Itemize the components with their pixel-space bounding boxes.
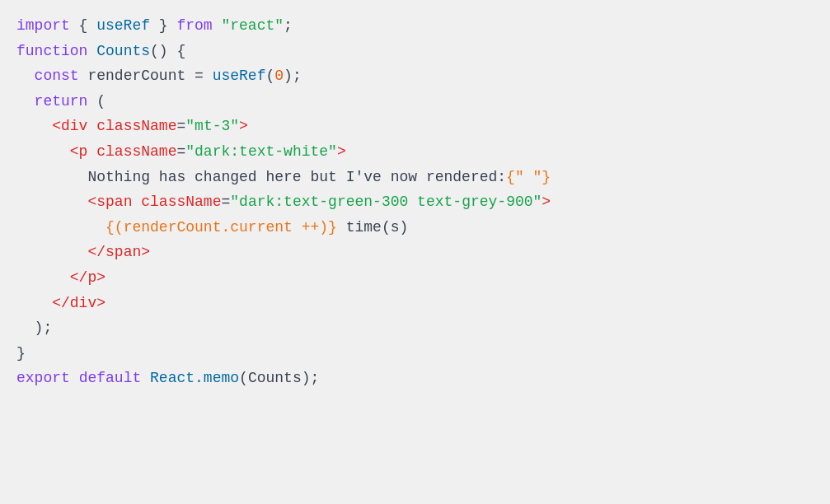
- code-token-tag: </div>: [52, 295, 106, 311]
- code-token-plain: [87, 143, 96, 160]
- code-token-tag: >: [239, 118, 248, 134]
- code-token-return-keyword: return: [35, 93, 88, 110]
- code-token-attr-value: "dark:text-white": [185, 143, 337, 160]
- code-line: const renderCount = useRef(0);: [16, 63, 814, 89]
- code-line: <p className="dark:text-white">: [16, 139, 814, 165]
- code-token-tag: </p>: [70, 269, 106, 286]
- code-line: import { useRef } from "react";: [16, 13, 814, 39]
- code-token-default-keyword: default: [79, 370, 142, 386]
- code-token-plain: [16, 68, 35, 84]
- code-token-plain: Nothing has changed here but I've now re…: [16, 169, 506, 185]
- code-token-plain: [132, 194, 141, 210]
- code-line: </div>: [16, 291, 814, 316]
- code-token-tag: </span>: [87, 244, 150, 260]
- code-token-plain: }: [16, 345, 26, 362]
- code-token-plain: [87, 43, 96, 59]
- code-token-plain: =: [176, 143, 185, 160]
- code-token-plain: [70, 370, 79, 386]
- code-token-curly-expr: {(renderCount.current ++)}: [106, 219, 337, 236]
- code-editor: import { useRef } from "react";function …: [0, 0, 830, 504]
- code-token-tag: <div: [52, 118, 87, 134]
- code-token-plain: );: [16, 320, 52, 336]
- code-token-builtin: useRef: [96, 17, 150, 34]
- code-token-plain: renderCount =: [79, 68, 213, 84]
- code-token-plain: (: [265, 68, 274, 84]
- code-token-plain: [16, 93, 35, 110]
- code-token-plain: );: [284, 68, 302, 84]
- code-token-from-keyword: from: [176, 17, 212, 34]
- code-token-plain: [87, 118, 96, 134]
- code-token-number: 0: [274, 68, 284, 84]
- code-token-plain: [16, 295, 52, 311]
- code-token-plain: [213, 17, 222, 34]
- code-token-plain: time(s): [337, 219, 408, 236]
- code-token-plain: (: [87, 93, 106, 110]
- code-line: </span>: [16, 240, 814, 265]
- code-token-attr-value: "mt-3": [185, 118, 239, 134]
- code-line: {(renderCount.current ++)} time(s): [16, 215, 814, 240]
- code-token-tag: >: [337, 143, 346, 160]
- code-token-tag: <span: [87, 194, 132, 210]
- code-token-plain: }: [150, 17, 176, 34]
- code-token-export-keyword: export: [16, 370, 70, 386]
- code-token-function-name: Counts: [96, 43, 150, 59]
- code-line: Nothing has changed here but I've now re…: [16, 165, 814, 190]
- code-token-react-memo: React.memo: [150, 370, 239, 386]
- code-token-attr-name: className: [96, 143, 176, 160]
- code-line: }: [16, 341, 814, 366]
- code-token-plain: [16, 244, 87, 260]
- code-line: );: [16, 315, 814, 341]
- code-token-plain: [16, 194, 87, 210]
- code-token-plain: [141, 370, 150, 386]
- code-line: </p>: [16, 265, 814, 291]
- code-token-const-keyword: const: [35, 68, 79, 84]
- code-token-import-keyword: import: [16, 17, 70, 34]
- code-token-plain: [16, 143, 70, 160]
- code-token-plain: =: [176, 118, 185, 134]
- code-token-builtin: useRef: [213, 68, 266, 84]
- code-line: <div className="mt-3">: [16, 114, 814, 139]
- code-token-tag: >: [542, 194, 551, 210]
- code-line: return (: [16, 89, 814, 114]
- code-line: export default React.memo(Counts);: [16, 366, 814, 391]
- code-line: <span className="dark:text-green-300 tex…: [16, 189, 814, 215]
- code-token-plain: =: [221, 194, 230, 210]
- code-token-plain: (Counts);: [239, 370, 319, 386]
- code-token-string: "react": [221, 17, 284, 34]
- code-token-keyword: function: [16, 43, 87, 59]
- code-token-plain: ;: [284, 17, 293, 34]
- code-token-attr-value: "dark:text-green-300 text-grey-900": [230, 194, 542, 210]
- code-token-plain: {: [70, 17, 96, 34]
- code-line: function Counts() {: [16, 39, 814, 64]
- code-token-attr-name: className: [141, 194, 221, 210]
- code-token-tag: <p: [70, 143, 88, 160]
- code-token-plain: [16, 269, 70, 286]
- code-token-curly-expr: {" "}: [506, 169, 551, 185]
- code-token-plain: [16, 219, 106, 236]
- code-token-plain: () {: [150, 43, 185, 59]
- code-token-attr-name: className: [96, 118, 176, 134]
- code-token-plain: [16, 118, 52, 134]
